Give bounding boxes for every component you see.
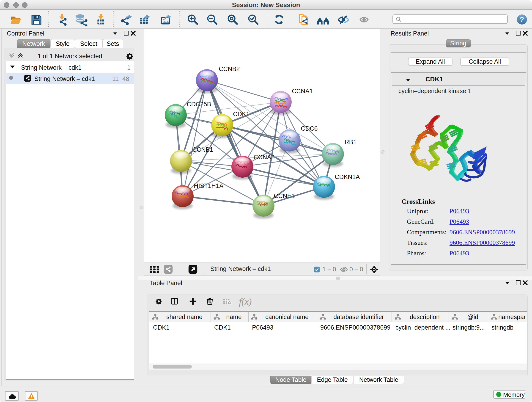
svg-text:CCNA2: CCNA2	[254, 154, 275, 161]
svg-text:CCNA1: CCNA1	[292, 88, 313, 95]
svg-text:CDC6: CDC6	[301, 125, 318, 132]
svg-text:RB1: RB1	[345, 139, 357, 146]
svg-text:CCNB2: CCNB2	[219, 65, 240, 72]
svg-text:CDK1: CDK1	[233, 111, 249, 118]
svg-text:CDC25B: CDC25B	[187, 101, 211, 108]
svg-text:HIST1H1A: HIST1H1A	[194, 182, 223, 189]
svg-text:CCNB1: CCNB1	[192, 146, 213, 153]
svg-text:CCNE1: CCNE1	[274, 192, 295, 199]
svg-text:?: ?	[520, 16, 524, 24]
svg-text:CDKN1A: CDKN1A	[335, 173, 360, 180]
